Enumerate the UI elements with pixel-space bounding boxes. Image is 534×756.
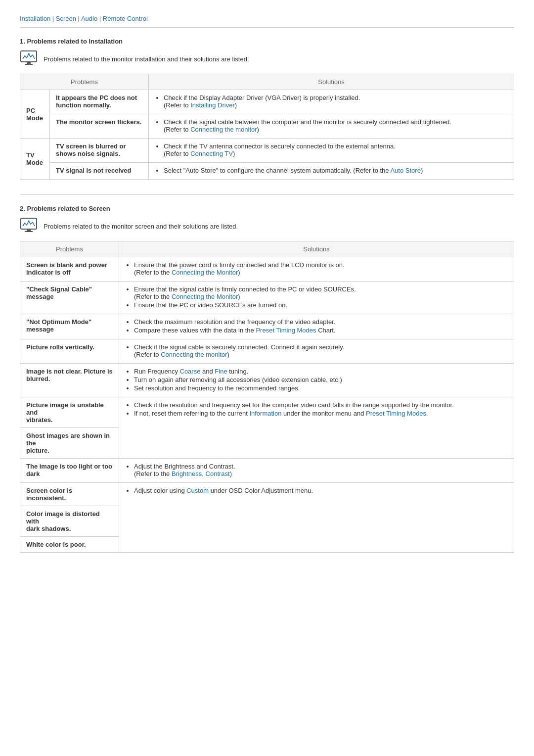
table-row: Screen color is inconsistent. Adjust col… xyxy=(20,483,514,506)
svg-point-7 xyxy=(28,220,30,222)
svg-rect-1 xyxy=(27,62,31,64)
svg-rect-2 xyxy=(25,64,33,65)
solution-screen-8: Adjust the Brightness and Contrast.(Refe… xyxy=(119,459,514,483)
solution-tv-2: Select "Auto Store" to configure the cha… xyxy=(149,163,514,180)
link-auto-store[interactable]: Auto Store xyxy=(390,167,420,174)
table-row: The monitor screen flickers. Check if th… xyxy=(20,114,514,139)
problem-tv-1: TV screen is blurred orshows noise signa… xyxy=(50,139,149,163)
table-row: "Not Optimum Mode" message Check the max… xyxy=(20,314,514,339)
col-solutions-1: Solutions xyxy=(149,74,514,90)
mode-tv: TVMode xyxy=(20,139,50,180)
section2-title: 2. Problems related to Screen xyxy=(20,205,514,212)
solution-screen-2: Ensure that the signal cable is firmly c… xyxy=(119,282,514,314)
col-problems-1: Problems xyxy=(20,74,149,90)
nav-bar: Installation | Screen | Audio | Remote C… xyxy=(20,15,514,28)
section2-header: Problems related to the monitor screen a… xyxy=(20,217,514,235)
installation-table: Problems Solutions PCMode It appears the… xyxy=(20,74,514,180)
col-solutions-2: Solutions xyxy=(119,241,514,257)
monitor-icon-2 xyxy=(20,217,38,235)
section-installation: 1. Problems related to Installation Prob… xyxy=(20,38,514,180)
solution-screen-3: Check the maximum resolution and the fre… xyxy=(119,314,514,339)
link-connecting-monitor-1[interactable]: Connecting the monitor xyxy=(190,126,257,133)
nav-installation[interactable]: Installation xyxy=(20,15,50,22)
problem-screen-6: Picture image is unstable andvibrates. xyxy=(20,397,119,428)
table-row: PCMode It appears the PC does notfunctio… xyxy=(20,90,514,114)
table-row: The image is too light or too dark Adjus… xyxy=(20,459,514,483)
table-row: Picture image is unstable andvibrates. C… xyxy=(20,397,514,428)
nav-sep-1: | xyxy=(52,15,56,22)
svg-rect-5 xyxy=(27,229,31,231)
section2-desc: Problems related to the monitor screen a… xyxy=(44,223,238,230)
solution-screen-5: Run Frequency Coarse and Fine tuning. Tu… xyxy=(119,364,514,397)
link-preset-timing-2[interactable]: Preset Timing Modes xyxy=(366,410,426,417)
link-fine[interactable]: Fine xyxy=(215,368,227,375)
svg-rect-4 xyxy=(21,218,37,229)
table-row: Picture rolls vertically. Check if the s… xyxy=(20,339,514,364)
link-connecting-monitor-3[interactable]: Connecting the Monitor xyxy=(172,293,238,300)
link-information[interactable]: Information xyxy=(249,410,281,417)
table-row: TVMode TV screen is blurred orshows nois… xyxy=(20,139,514,163)
solution-screen-1: Ensure that the power cord is firmly con… xyxy=(119,257,514,282)
problem-tv-2: TV signal is not received xyxy=(50,163,149,180)
problem-screen-8: The image is too light or too dark xyxy=(20,459,119,483)
solution-screen-4: Check if the signal cable is securely co… xyxy=(119,339,514,364)
section-screen: 2. Problems related to Screen Problems r… xyxy=(20,205,514,553)
link-coarse[interactable]: Coarse xyxy=(180,368,201,375)
link-brightness[interactable]: Brightness xyxy=(172,470,202,477)
link-connecting-monitor-2[interactable]: Connecting the Monitor xyxy=(172,269,238,276)
problem-screen-5: Image is not clear. Picture isblurred. xyxy=(20,364,119,397)
nav-sep-3: | xyxy=(99,15,103,22)
problem-screen-2: "Check Signal Cable" message xyxy=(20,282,119,314)
solution-pc-2: Check if the signal cable between the co… xyxy=(149,114,514,139)
problem-screen-9: Screen color is inconsistent. xyxy=(20,483,119,506)
link-custom[interactable]: Custom xyxy=(186,487,209,494)
link-installing-driver[interactable]: Installing Driver xyxy=(190,101,235,109)
problem-screen-11: White color is poor. xyxy=(20,537,119,553)
problem-screen-10: Color image is distorted withdark shadow… xyxy=(20,506,119,537)
mode-pc: PCMode xyxy=(20,90,50,139)
problem-pc-2: The monitor screen flickers. xyxy=(50,114,149,139)
screen-table: Problems Solutions Screen is blank and p… xyxy=(20,241,514,553)
nav-screen[interactable]: Screen xyxy=(56,15,76,22)
nav-audio[interactable]: Audio xyxy=(81,15,97,22)
section1-desc: Problems related to the monitor installa… xyxy=(44,55,249,63)
solution-screen-9-11: Adjust color using Custom under OSD Colo… xyxy=(119,483,514,553)
problem-screen-1: Screen is blank and powerindicator is of… xyxy=(20,257,119,282)
section1-header: Problems related to the monitor installa… xyxy=(20,50,514,68)
problem-screen-4: Picture rolls vertically. xyxy=(20,339,119,364)
divider-1 xyxy=(20,194,514,195)
table-row: TV signal is not received Select "Auto S… xyxy=(20,163,514,180)
problem-screen-7: Ghost images are shown in thepicture. xyxy=(20,428,119,459)
col-problems-2: Problems xyxy=(20,241,119,257)
solution-tv-1: Check if the TV antenna connector is sec… xyxy=(149,139,514,163)
link-connecting-tv[interactable]: Connecting TV xyxy=(190,150,233,157)
svg-rect-6 xyxy=(25,231,33,232)
nav-remote-control[interactable]: Remote Control xyxy=(103,15,148,22)
table-row: Screen is blank and powerindicator is of… xyxy=(20,257,514,282)
solution-screen-6-7: Check if the resolution and frequency se… xyxy=(119,397,514,459)
solution-pc-1: Check if the Display Adapter Driver (VGA… xyxy=(149,90,514,114)
link-preset-timing-1[interactable]: Preset Timing Modes xyxy=(256,327,316,334)
svg-point-3 xyxy=(28,53,30,55)
link-connecting-monitor-4[interactable]: Connecting the monitor xyxy=(161,351,227,358)
section1-title: 1. Problems related to Installation xyxy=(20,38,514,45)
table-row: "Check Signal Cable" message Ensure that… xyxy=(20,282,514,314)
svg-rect-0 xyxy=(21,51,37,62)
monitor-icon xyxy=(20,50,38,68)
problem-screen-3: "Not Optimum Mode" message xyxy=(20,314,119,339)
problem-pc-1: It appears the PC does notfunction norma… xyxy=(50,90,149,114)
table-row: Image is not clear. Picture isblurred. R… xyxy=(20,364,514,397)
link-contrast[interactable]: Contrast xyxy=(206,470,230,477)
